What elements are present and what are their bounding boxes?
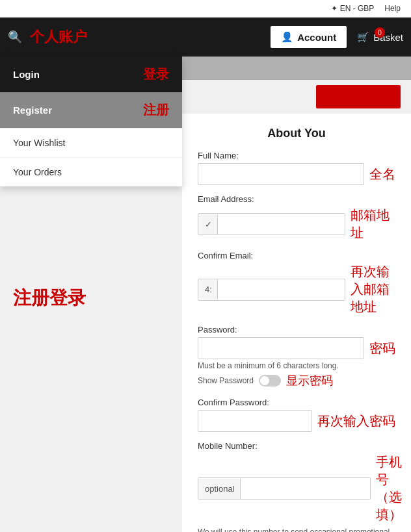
confirm-email-group: Confirm Email: 4: 37@qq.com 再次输入邮箱地址: [198, 251, 395, 316]
login-zh-label: 登录: [143, 66, 169, 83]
password-input[interactable]: [198, 337, 364, 359]
password-label: Password:: [198, 325, 395, 335]
main-content: About You Full Name: 全名 Email Address: ✓…: [182, 114, 411, 532]
confirm-email-label: Confirm Email:: [198, 251, 395, 260]
account-person-icon: 👤: [281, 31, 293, 43]
language-label: EN - GBP: [340, 4, 375, 13]
login-button[interactable]: Login 登录: [0, 57, 182, 92]
mobile-zh: 手机号（选填）: [376, 453, 402, 524]
confirm-email-input[interactable]: 37@qq.com: [218, 279, 345, 300]
login-label: Login: [13, 69, 40, 80]
account-dropdown: Login 登录 Register 注册 Your Wishlist Your …: [0, 57, 182, 186]
full-name-label: Full Name:: [198, 151, 395, 160]
mobile-label: Mobile Number:: [198, 441, 395, 451]
full-name-row: 全名: [198, 163, 395, 185]
header-right: 👤 Account 0 🛒 Basket: [271, 26, 403, 48]
red-accent-bar: [316, 85, 401, 108]
register-zh-label: 注册: [143, 101, 169, 119]
confirm-email-prefix: 4:: [198, 279, 218, 299]
show-password-toggle[interactable]: [259, 375, 281, 386]
show-password-zh: 显示密码: [286, 373, 333, 388]
full-name-zh: 全名: [369, 166, 395, 183]
wishlist-link[interactable]: Your Wishlist: [0, 128, 182, 157]
left-annotation: 注册登录: [13, 286, 86, 310]
mobile-group: Mobile Number: optional 手机号（选填） We will …: [198, 441, 395, 532]
basket-count: 0: [375, 27, 385, 38]
gray-bar: [182, 57, 411, 80]
search-icon[interactable]: 🔍: [8, 30, 22, 44]
confirm-password-zh: 再次输入密码: [317, 412, 395, 430]
account-label: Account: [297, 32, 336, 43]
header: 🔍 个人账户 👤 Account 0 🛒 Basket Login 登录 Reg…: [0, 18, 411, 57]
account-button[interactable]: 👤 Account: [271, 26, 347, 48]
basket-button[interactable]: 0 🛒 Basket: [357, 31, 403, 43]
password-zh: 密码: [369, 340, 395, 357]
password-hint: Must be a minimum of 6 characters long.: [198, 361, 395, 370]
email-check-icon: ✓: [198, 214, 218, 234]
email-zh: 邮箱地址: [351, 207, 395, 242]
show-password-row: Show Password 显示密码: [198, 373, 395, 388]
basket-icon: 🛒: [357, 31, 369, 43]
orders-link[interactable]: Your Orders: [0, 157, 182, 186]
mobile-row: optional 手机号（选填）: [198, 453, 395, 524]
help-link[interactable]: Help: [384, 4, 401, 13]
email-label: Email Address:: [198, 194, 395, 204]
top-bar: ✦ EN - GBP Help: [0, 0, 411, 18]
password-row: 密码: [198, 337, 395, 359]
about-you-title: About You: [198, 114, 395, 151]
confirm-password-group: Confirm Password: 再次输入密码: [198, 398, 395, 432]
full-name-input[interactable]: [198, 163, 364, 185]
language-selector[interactable]: ✦ EN - GBP: [331, 4, 375, 13]
register-button[interactable]: Register 注册: [0, 92, 182, 128]
password-group: Password: 密码 Must be a minimum of 6 char…: [198, 325, 395, 388]
show-password-label: Show Password: [198, 376, 254, 385]
email-input[interactable]: *37@qq.com: [218, 214, 345, 234]
red-bar-area: [182, 80, 411, 114]
confirm-email-zh: 再次输入邮箱地址: [351, 263, 395, 316]
confirm-password-row: 再次输入密码: [198, 410, 395, 432]
mobile-info: We will use this number to send occasion…: [198, 526, 395, 532]
confirm-email-row: 4: 37@qq.com 再次输入邮箱地址: [198, 263, 395, 316]
globe-icon: ✦: [331, 4, 338, 13]
email-row: ✓ *37@qq.com 邮箱地址: [198, 207, 395, 242]
full-name-group: Full Name: 全名: [198, 151, 395, 185]
header-left: 🔍 个人账户: [8, 27, 87, 47]
confirm-password-label: Confirm Password:: [198, 398, 395, 407]
confirm-password-input[interactable]: [198, 410, 312, 432]
register-label: Register: [13, 105, 52, 116]
optional-tag: optional: [198, 479, 241, 499]
site-logo: 个人账户: [30, 27, 87, 47]
email-group: Email Address: ✓ *37@qq.com 邮箱地址: [198, 194, 395, 242]
mobile-input[interactable]: [243, 478, 370, 499]
